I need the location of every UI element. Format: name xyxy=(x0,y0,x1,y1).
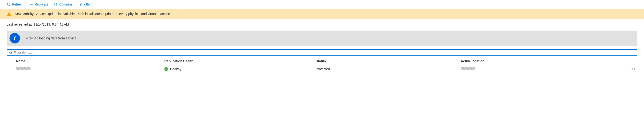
search-box[interactable] xyxy=(7,49,637,56)
filter-label: Filter xyxy=(84,3,91,6)
header-name[interactable]: Name xyxy=(7,59,164,63)
cell-location xyxy=(461,67,628,71)
warning-icon xyxy=(7,12,12,16)
replicate-button[interactable]: Replicate xyxy=(29,3,48,6)
search-input[interactable] xyxy=(14,51,635,54)
redacted-location xyxy=(461,67,475,70)
info-icon: i xyxy=(10,33,20,43)
refresh-value: 11/14/2019, 9:34:41 AM xyxy=(34,22,69,26)
health-label: Healthy xyxy=(170,67,181,71)
refresh-button[interactable]: Refresh xyxy=(7,3,24,6)
cell-name xyxy=(7,67,164,71)
header-status[interactable]: Status xyxy=(316,59,461,63)
health-ok-icon xyxy=(164,67,168,71)
row-actions-button[interactable]: ••• xyxy=(628,67,637,71)
redacted-name xyxy=(16,67,30,70)
header-health[interactable]: Replication Health xyxy=(164,59,316,63)
replicate-label: Replicate xyxy=(34,3,48,6)
refresh-icon xyxy=(7,3,10,6)
columns-label: Columns xyxy=(59,3,72,6)
refresh-prefix: Last refreshed at: xyxy=(7,22,34,26)
info-bar: i Finished loading data from service. xyxy=(7,31,637,46)
search-icon xyxy=(9,51,12,54)
alert-bar[interactable]: New Mobility Service Update is available… xyxy=(0,9,644,19)
arrow-right-icon: → xyxy=(175,12,179,16)
toolbar: Refresh Replicate Columns Filter xyxy=(0,0,644,9)
items-table: Name Replication Health Status Active lo… xyxy=(7,57,637,73)
filter-icon xyxy=(78,3,82,6)
table-row[interactable]: Healthy Protected ••• xyxy=(7,65,637,73)
alert-message: New Mobility Service Update is available… xyxy=(15,12,170,16)
plus-icon xyxy=(29,3,33,6)
refresh-label: Refresh xyxy=(12,3,24,6)
cell-health: Healthy xyxy=(164,67,316,71)
table-header: Name Replication Health Status Active lo… xyxy=(7,57,637,65)
header-location[interactable]: Active location xyxy=(461,59,628,63)
last-refreshed: Last refreshed at: 11/14/2019, 9:34:41 A… xyxy=(0,19,644,29)
cell-status: Protected xyxy=(316,67,461,71)
svg-point-0 xyxy=(10,51,12,53)
info-message: Finished loading data from service. xyxy=(26,36,77,40)
filter-button[interactable]: Filter xyxy=(78,3,91,6)
columns-icon xyxy=(54,3,58,6)
columns-button[interactable]: Columns xyxy=(54,3,72,6)
